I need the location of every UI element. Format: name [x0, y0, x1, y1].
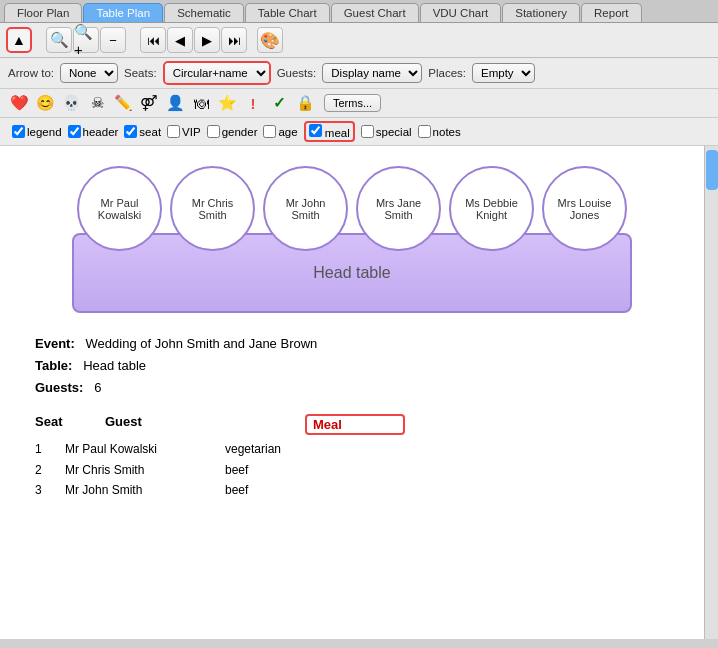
scrollbar-thumb[interactable]: [706, 150, 718, 190]
tab-floor-plan[interactable]: Floor Plan: [4, 3, 82, 22]
seat-table: Seat Guest Meal 1 Mr Paul Kowalski veget…: [35, 414, 684, 500]
tab-table-chart[interactable]: Table Chart: [245, 3, 330, 22]
vip-checkbox-label[interactable]: VIP: [167, 125, 201, 138]
seats-select[interactable]: Circular+name: [165, 63, 269, 83]
main-content: Mr PaulKowalski Mr Chris Smith Mr John S…: [0, 146, 718, 639]
tab-vdu-chart[interactable]: VDU Chart: [420, 3, 502, 22]
tab-guest-chart[interactable]: Guest Chart: [331, 3, 419, 22]
toolbar-top: ▲ 🔍 🔍+ − ⏮ ◀ ▶ ⏭ 🎨: [0, 23, 718, 58]
seat-checkbox-label[interactable]: seat: [124, 125, 161, 138]
playback-group: ⏮ ◀ ▶ ⏭: [140, 27, 247, 53]
places-select[interactable]: Empty: [472, 63, 535, 83]
color-wheel-button[interactable]: 🎨: [257, 27, 283, 53]
heart-icon[interactable]: ❤️: [8, 92, 30, 114]
table-diagram: Mr PaulKowalski Mr Chris Smith Mr John S…: [20, 166, 684, 313]
seat-table-header: Seat Guest Meal: [35, 414, 684, 435]
guests-label: Guests:: [277, 67, 317, 79]
guests-select[interactable]: Display name: [322, 63, 422, 83]
seat-6[interactable]: Mrs LouiseJones: [542, 166, 627, 251]
zoom-reset-button[interactable]: 🔍: [46, 27, 72, 53]
meal-checkbox-label[interactable]: meal: [304, 121, 355, 142]
col-seat-header: Seat: [35, 414, 65, 435]
seat-num-1: 1: [35, 439, 65, 459]
scrollbar[interactable]: [704, 146, 718, 639]
vip-checkbox[interactable]: [167, 125, 180, 138]
event-row: Event: Wedding of John Smith and Jane Br…: [35, 333, 684, 355]
legend-checkbox-label[interactable]: legend: [12, 125, 62, 138]
meal-2: beef: [225, 460, 325, 480]
options-row: Arrow to: None Seats: Circular+name Gues…: [0, 58, 718, 89]
skull-icon[interactable]: 💀: [60, 92, 82, 114]
seats-row: Mr PaulKowalski Mr Chris Smith Mr John S…: [77, 166, 627, 251]
lock-icon[interactable]: 🔒: [294, 92, 316, 114]
special-checkbox-label[interactable]: special: [361, 125, 412, 138]
person-icon[interactable]: 👤: [164, 92, 186, 114]
table-row: 3 Mr John Smith beef: [35, 480, 684, 500]
event-value: Wedding of John Smith and Jane Brown: [86, 336, 318, 351]
seats-label: Seats:: [124, 67, 157, 79]
terms-button[interactable]: Terms...: [324, 94, 381, 112]
pen-icon[interactable]: ✏️: [112, 92, 134, 114]
back-button[interactable]: ▲: [6, 27, 32, 53]
meal-checkbox[interactable]: [309, 124, 322, 137]
gender-icon[interactable]: ⚤: [138, 92, 160, 114]
content-area: Mr PaulKowalski Mr Chris Smith Mr John S…: [0, 146, 704, 639]
arrow-to-label: Arrow to:: [8, 67, 54, 79]
legend-checkbox[interactable]: [12, 125, 25, 138]
seat-checkbox[interactable]: [124, 125, 137, 138]
notes-checkbox[interactable]: [418, 125, 431, 138]
table-name: Head table: [313, 264, 390, 282]
table-row: 1 Mr Paul Kowalski vegetarian: [35, 439, 684, 459]
exclaim-icon[interactable]: !: [242, 92, 264, 114]
tab-schematic[interactable]: Schematic: [164, 3, 244, 22]
meal-1: vegetarian: [225, 439, 325, 459]
guest-name-1: Mr Paul Kowalski: [65, 439, 225, 459]
places-label: Places:: [428, 67, 466, 79]
age-checkbox-label[interactable]: age: [263, 125, 297, 138]
seat-3[interactable]: Mr John Smith: [263, 166, 348, 251]
smile-icon[interactable]: 😊: [34, 92, 56, 114]
table-row: 2 Mr Chris Smith beef: [35, 460, 684, 480]
gender-checkbox-label[interactable]: gender: [207, 125, 258, 138]
seat-num-2: 2: [35, 460, 65, 480]
guests-row: Guests: 6: [35, 377, 684, 399]
seat-5[interactable]: Ms DebbieKnight: [449, 166, 534, 251]
seat-4[interactable]: Mrs Jane Smith: [356, 166, 441, 251]
header-checkbox-label[interactable]: header: [68, 125, 119, 138]
crossbones-icon[interactable]: ☠: [86, 92, 108, 114]
icon-row: ❤️ 😊 💀 ☠ ✏️ ⚤ 👤 🍽 ⭐ ! ✓ 🔒 Terms...: [0, 89, 718, 118]
prev-button[interactable]: ◀: [167, 27, 193, 53]
zoom-out-button[interactable]: −: [100, 27, 126, 53]
seat-num-3: 3: [35, 480, 65, 500]
skip-back-button[interactable]: ⏮: [140, 27, 166, 53]
arrow-to-select[interactable]: None: [60, 63, 118, 83]
zoom-group: 🔍 🔍+ −: [46, 27, 126, 53]
checkbox-row: legend header seat VIP gender age meal s…: [0, 118, 718, 146]
play-button[interactable]: ▶: [194, 27, 220, 53]
star-icon[interactable]: ⭐: [216, 92, 238, 114]
tab-table-plan[interactable]: Table Plan: [83, 3, 163, 22]
skip-forward-button[interactable]: ⏭: [221, 27, 247, 53]
gender-checkbox[interactable]: [207, 125, 220, 138]
guests-label-info: Guests:: [35, 380, 83, 395]
guest-name-2: Mr Chris Smith: [65, 460, 225, 480]
guests-value: 6: [94, 380, 101, 395]
check-icon[interactable]: ✓: [268, 92, 290, 114]
notes-checkbox-label[interactable]: notes: [418, 125, 461, 138]
seat-2[interactable]: Mr Chris Smith: [170, 166, 255, 251]
meal-3: beef: [225, 480, 325, 500]
seat-1[interactable]: Mr PaulKowalski: [77, 166, 162, 251]
header-checkbox[interactable]: [68, 125, 81, 138]
tab-stationery[interactable]: Stationery: [502, 3, 580, 22]
cutlery-icon[interactable]: 🍽: [190, 92, 212, 114]
tab-bar: Floor Plan Table Plan Schematic Table Ch…: [0, 0, 718, 23]
zoom-in-button[interactable]: 🔍+: [73, 27, 99, 53]
col-meal-header: Meal: [305, 414, 405, 435]
tab-report[interactable]: Report: [581, 3, 642, 22]
table-row-info: Table: Head table: [35, 355, 684, 377]
special-checkbox[interactable]: [361, 125, 374, 138]
table-label: Table:: [35, 358, 72, 373]
age-checkbox[interactable]: [263, 125, 276, 138]
table-value: Head table: [83, 358, 146, 373]
guest-name-3: Mr John Smith: [65, 480, 225, 500]
